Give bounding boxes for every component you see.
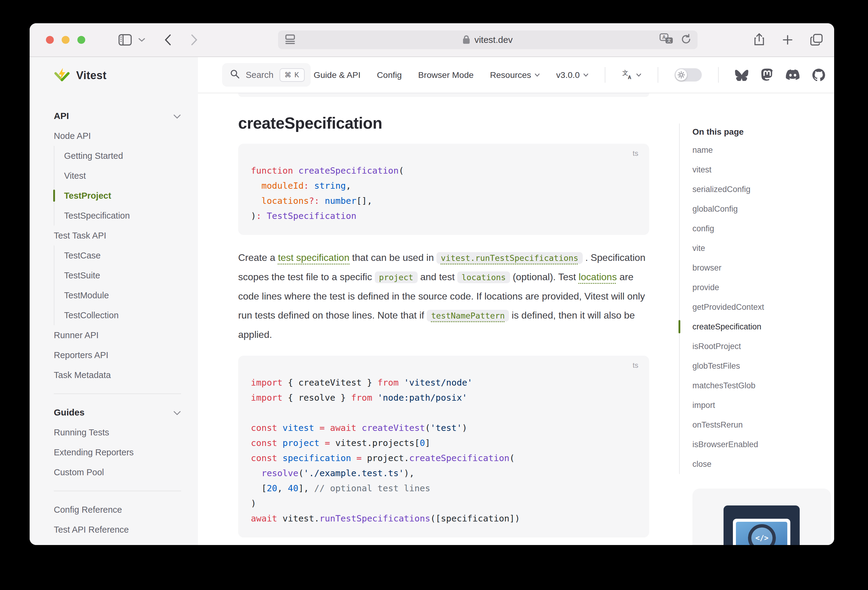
code-line: const project = vitest.projects[0] [251, 436, 636, 450]
code-token: resolve [261, 468, 298, 478]
outline-item-config[interactable]: config [692, 219, 834, 238]
outline-item-isbrowserenabled[interactable]: isBrowserEnabled [692, 435, 834, 455]
outline-item-vitest[interactable]: vitest [692, 160, 834, 180]
sidebar-item-node-api[interactable]: Node API [54, 126, 181, 146]
nav-menu-version[interactable]: v3.0.0 [556, 70, 588, 80]
inline-code-project: project [375, 271, 418, 283]
sidebar-item-getting-started[interactable]: Getting Started [55, 146, 181, 166]
code-token: const [251, 423, 277, 433]
code-line [251, 405, 636, 420]
code-token: moduleId [261, 181, 304, 191]
github-icon[interactable] [812, 69, 825, 81]
sidebar-item-test-api-reference[interactable]: Test API Reference [54, 519, 181, 540]
inline-code-link-testnamepattern[interactable]: testNamePattern [427, 310, 509, 321]
inline-link-test-specification[interactable]: test specification [278, 252, 350, 263]
outline-item-close[interactable]: close [692, 455, 834, 474]
sidebar-section-guides[interactable]: Guides [54, 403, 181, 422]
outline-item-browser[interactable]: browser [692, 258, 834, 278]
outline-item-matchestestglob[interactable]: matchesTestGlob [692, 376, 834, 396]
nav-menu-resources[interactable]: Resources [490, 70, 540, 80]
code-token: { createVitest } [283, 377, 378, 388]
code-token: 20 [267, 483, 277, 493]
signature-code-block: ts function createSpecification( moduleI… [238, 144, 649, 235]
forward-button-icon[interactable] [191, 34, 198, 46]
code-token [293, 165, 298, 176]
sidebar-item-running-tests[interactable]: Running Tests [54, 422, 181, 442]
inline-link-locations[interactable]: locations [579, 271, 617, 282]
sidebar-item-testcollection[interactable]: TestCollection [55, 305, 181, 325]
translate-icon: 文 A [622, 69, 633, 80]
translate-menu[interactable]: 文 A [622, 69, 641, 80]
new-tab-icon[interactable] [782, 34, 794, 46]
sidebar-item-testproject[interactable]: TestProject [55, 186, 181, 206]
sidebar-options-chevron-icon[interactable] [139, 38, 145, 42]
bluesky-icon[interactable] [735, 69, 748, 81]
body-text: (optional). Test [510, 271, 579, 282]
zoom-window-button[interactable] [77, 36, 85, 44]
chevron-down-icon [583, 74, 588, 77]
sidebar-item-test-task-api[interactable]: Test Task API [54, 225, 181, 246]
close-window-button[interactable] [46, 36, 54, 44]
sidebar-item-custom-pool[interactable]: Custom Pool [54, 462, 181, 482]
theme-toggle[interactable] [675, 68, 702, 81]
inline-code-locations: locations [457, 271, 510, 283]
code-token: = [319, 423, 325, 433]
code-line: import { resolve } from 'node:path/posix… [251, 390, 636, 405]
sidebar-item-runner-api[interactable]: Runner API [54, 325, 181, 345]
chevron-down-icon [636, 74, 641, 77]
header-divider [605, 67, 605, 83]
outline-item-getprovidedcontext[interactable]: getProvidedContext [692, 297, 834, 317]
back-button-icon[interactable] [164, 34, 171, 46]
sidebar-section-api[interactable]: API [54, 106, 181, 126]
outline-item-isrootproject[interactable]: isRootProject [692, 337, 834, 356]
nav-link-guide-api[interactable]: Guide & API [314, 70, 360, 80]
tab-overview-icon[interactable] [810, 34, 823, 46]
code-token: : [256, 211, 261, 221]
sidebar-item-reporters-api[interactable]: Reporters API [54, 345, 181, 365]
sponsor-ad-card[interactable]: </> [692, 488, 831, 545]
outline-item-import[interactable]: import [692, 396, 834, 415]
url-text[interactable]: vitest.dev [474, 35, 513, 45]
sidebar-item-testspecification[interactable]: TestSpecification [55, 206, 181, 225]
reload-icon[interactable] [681, 34, 691, 46]
sidebar-item-extending-reporters[interactable]: Extending Reporters [54, 442, 181, 462]
code-token: vitest.projects[ [330, 438, 420, 448]
code-token: specification [283, 453, 351, 463]
outline-item-globalconfig[interactable]: globalConfig [692, 199, 834, 219]
sidebar-item-testmodule[interactable]: TestModule [55, 285, 181, 305]
sidebar-item-vitest[interactable]: Vitest [55, 166, 181, 186]
nav-link-browser-mode[interactable]: Browser Mode [418, 70, 474, 80]
mastodon-icon[interactable] [761, 69, 773, 81]
svg-text:文: 文 [667, 38, 671, 43]
outline-item-serializedconfig[interactable]: serializedConfig [692, 180, 834, 199]
share-icon[interactable] [753, 33, 765, 47]
outline-item-ontestsrerun[interactable]: onTestsRerun [692, 415, 834, 435]
code-line: function createSpecification( [251, 163, 636, 178]
minimize-window-button[interactable] [62, 36, 69, 44]
search-button[interactable]: Search ⌘ K [222, 63, 311, 87]
sidebar-item-testsuite[interactable]: TestSuite [55, 265, 181, 285]
outline-item-provide[interactable]: provide [692, 278, 834, 297]
code-token [356, 423, 362, 433]
inline-code-link-vitest-runtestspecifications[interactable]: vitest.runTestSpecifications [436, 252, 582, 263]
window-controls [46, 36, 85, 44]
chevron-down-icon [173, 111, 181, 121]
outline-item-vite[interactable]: vite [692, 238, 834, 258]
description-paragraph: Create a test specification that can be … [238, 248, 649, 344]
sidebar-item-testcase[interactable]: TestCase [55, 246, 181, 265]
code-line: const specification = project.createSpec… [251, 450, 636, 466]
site-logo[interactable]: Vitest [30, 57, 198, 94]
discord-icon[interactable] [786, 69, 800, 80]
code-token [319, 438, 325, 448]
browser-sidebar-toggle-icon[interactable] [118, 34, 132, 46]
nav-link-config[interactable]: Config [377, 70, 402, 80]
sidebar-item-config-reference[interactable]: Config Reference [54, 500, 181, 519]
outline-item-createspecification[interactable]: createSpecification [692, 317, 834, 337]
sidebar-item-task-metadata[interactable]: Task Metadata [54, 365, 181, 385]
address-bar[interactable]: vitest.dev A 文 [278, 31, 698, 49]
outline-item-name[interactable]: name [692, 140, 834, 160]
outline-item-globtestfiles[interactable]: globTestFiles [692, 356, 834, 376]
body-text: Create a [238, 252, 278, 263]
sponsor-ad-image: </> [723, 505, 800, 545]
translate-page-icon[interactable]: A 文 [660, 33, 673, 47]
